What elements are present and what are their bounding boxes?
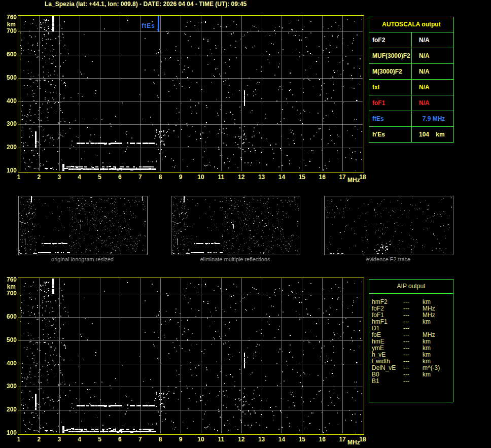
y-tick-400: 400 (0, 360, 17, 367)
x-tick-8: 8 (154, 174, 166, 181)
x-tick-15: 15 (296, 436, 308, 443)
x-tick-16: 16 (316, 174, 328, 181)
autoscala-param-label: M(3000)F2 (369, 64, 412, 79)
y-tick-300: 300 (0, 383, 17, 390)
x-tick-14: 14 (275, 436, 288, 443)
x-tick-12: 12 (235, 174, 248, 181)
x-tick-16: 16 (316, 436, 328, 443)
x-tick-17: 17 (336, 174, 348, 181)
autoscala-param-label: h'Es (369, 127, 412, 142)
thumbnail-original-ionogram (18, 196, 148, 255)
x-tick-13: 13 (256, 174, 268, 181)
x-tick-12: 12 (235, 436, 248, 443)
x-tick-7: 7 (134, 174, 146, 181)
y-tick-760: 760 (0, 14, 17, 21)
x-tick-11: 11 (215, 436, 227, 443)
x-tick-2: 2 (33, 436, 45, 443)
autoscala-param-value: N/A (412, 64, 453, 79)
x-tick-15: 15 (296, 174, 308, 181)
aip-row-B0: B0---km (372, 371, 453, 378)
y-tick-100: 100 (0, 430, 17, 436)
aip-table-rows: hmF2---kmfoF2---MHzfoF1---MHzhmF1---kmD1… (369, 294, 453, 385)
y-axis-unit: km (0, 21, 16, 28)
aip-row-foF2: foF2---MHz (372, 305, 453, 312)
autoscala-row-foF1: foF1N/A (369, 95, 453, 111)
aip-unit (423, 378, 453, 385)
thumbnail-caption-evidence: evidence F2 trace (324, 256, 452, 262)
x-tick-14: 14 (275, 174, 288, 181)
aip-row-hmF1: hmF1---km (372, 319, 453, 325)
autoscala-param-label: foF2 (369, 32, 412, 48)
y-tick-200: 200 (0, 406, 17, 413)
autoscala-param-value: 104 km (412, 127, 453, 142)
ionogram-plot-top: ftEs (18, 15, 364, 173)
x-tick-2: 2 (33, 174, 45, 181)
x-tick-17: 17 (336, 436, 348, 443)
aip-value: --- (403, 378, 423, 385)
y-tick-600: 600 (0, 314, 17, 320)
ionogram-bottom-canvas (18, 278, 363, 433)
y-tick-100: 100 (0, 167, 17, 174)
autoscala-param-label: MUF(3000)F2 (369, 48, 412, 63)
ionogram-plot-bottom (18, 278, 364, 435)
aip-row-hmF2: hmF2---km (372, 299, 453, 305)
x-tick-9: 9 (174, 436, 187, 443)
y-tick-600: 600 (0, 51, 17, 58)
y-tick-760: 760 (0, 277, 17, 283)
autoscala-window: La_Spezia (lat: +44.1, lon: 009.8) - DAT… (0, 0, 491, 448)
x-tick-5: 5 (94, 174, 106, 181)
aip-output-table: AIP output hmF2---kmfoF2---MHzfoF1---MHz… (369, 279, 453, 402)
autoscala-output-table: AUTOSCALA output foF2N/AMUF(3000)F2N/AM(… (369, 17, 454, 143)
x-tick-5: 5 (94, 436, 106, 443)
autoscala-param-label: ftEs (369, 111, 412, 126)
autoscala-param-value: N/A (412, 48, 453, 63)
aip-unit: km (423, 319, 453, 325)
autoscala-param-value: 7.9 MHz (412, 111, 453, 126)
autoscala-param-value: N/A (412, 80, 453, 95)
x-tick-4: 4 (74, 436, 86, 443)
x-tick-9: 9 (174, 174, 187, 181)
y-tick-500: 500 (0, 75, 17, 81)
thumbnail-caption-eliminate: eliminate multiple reflections (171, 256, 299, 262)
y-tick-300: 300 (0, 121, 17, 127)
thumbnail-eliminate-reflections (171, 196, 300, 255)
x-tick-1: 1 (13, 174, 25, 181)
x-tick-8: 8 (154, 436, 166, 443)
aip-table-header: AIP output (369, 280, 453, 294)
aip-row-B1: B1--- (372, 378, 453, 385)
aip-row-DelN_vE: DelN_vE---m^(-3) (372, 365, 453, 371)
autoscala-row-foF2: foF2N/A (369, 32, 453, 48)
autoscala-row-hEs: h'Es104 km (369, 127, 453, 142)
x-tick-3: 3 (53, 436, 65, 443)
x-tick-7: 7 (134, 436, 146, 443)
window-title: La_Spezia (lat: +44.1, lon: 009.8) - DAT… (45, 1, 247, 8)
autoscala-param-label: foF1 (369, 95, 412, 111)
x-tick-1: 1 (13, 436, 25, 443)
aip-row-D1: D1--- (372, 325, 453, 332)
autoscala-row-M3000F2: M(3000)F2N/A (369, 64, 453, 80)
ftes-marker-label: ftEs (141, 22, 155, 29)
aip-row-hmE: hmE---km (372, 338, 453, 345)
thumbnail-caption-original: original ionogram resized (18, 256, 147, 262)
ftes-marker-line (158, 16, 159, 31)
x-tick-10: 10 (195, 436, 207, 443)
x-tick-6: 6 (114, 174, 126, 181)
x-tick-3: 3 (53, 174, 65, 181)
y-axis-unit: km (0, 284, 16, 290)
y-tick-200: 200 (0, 144, 17, 151)
x-tick-13: 13 (256, 436, 268, 443)
x-axis-unit: MHz (347, 177, 362, 184)
x-tick-6: 6 (114, 436, 126, 443)
thumbnail-evidence-f2 (324, 196, 453, 255)
thumbnail-eliminate-canvas (171, 196, 299, 254)
thumbnail-evidence-canvas (325, 196, 452, 254)
x-tick-10: 10 (195, 174, 207, 181)
autoscala-param-value: N/A (412, 95, 453, 111)
autoscala-param-label: fxI (369, 80, 412, 95)
thumbnail-original-canvas (19, 196, 146, 254)
ionogram-top-canvas (18, 16, 363, 171)
y-tick-500: 500 (0, 337, 17, 343)
y-tick-400: 400 (0, 98, 17, 105)
x-axis-unit: MHz (347, 439, 362, 446)
autoscala-table-rows: foF2N/AMUF(3000)F2N/AM(3000)F2N/AfxIN/Af… (369, 32, 453, 142)
